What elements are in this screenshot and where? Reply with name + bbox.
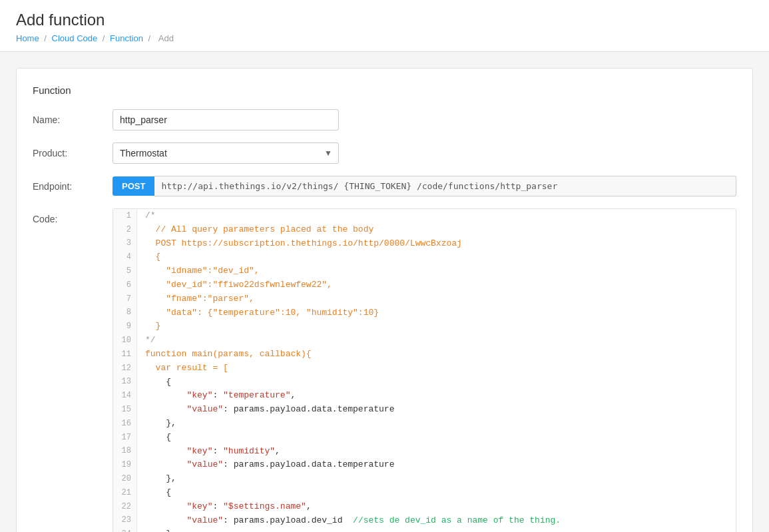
code-line: 15 "value": params.payload.data.temperat… xyxy=(113,403,736,417)
line-number: 12 xyxy=(113,362,137,376)
code-line: 2 // All query parameters placed at the … xyxy=(113,223,736,237)
code-line: 4 { xyxy=(113,250,736,264)
code-line: 19 "value": params.payload.data.temperat… xyxy=(113,458,736,472)
line-number: 16 xyxy=(113,417,137,431)
name-input[interactable] xyxy=(113,109,339,131)
line-number: 24 xyxy=(113,527,137,532)
code-line: 12 var result = [ xyxy=(113,362,736,376)
line-content: { xyxy=(137,376,736,390)
code-line: 17 { xyxy=(113,431,736,445)
line-content: { xyxy=(137,431,736,445)
code-line: 11function main(params, callback){ xyxy=(113,348,736,362)
content-area: Function Name: Product: Thermostat Other… xyxy=(0,52,769,532)
line-number: 9 xyxy=(113,320,137,334)
line-content: "dev_id":"ffiwo22dsfwnlewfew22", xyxy=(137,278,736,292)
endpoint-row: Endpoint: POST http://api.thethings.io/v… xyxy=(33,176,736,196)
line-number: 1 xyxy=(113,209,137,223)
line-content: "fname":"parser", xyxy=(137,292,736,306)
line-number: 14 xyxy=(113,389,137,403)
line-number: 10 xyxy=(113,334,137,348)
code-label: Code: xyxy=(33,208,113,224)
line-number: 20 xyxy=(113,472,137,486)
breadcrumb-current: Add xyxy=(158,33,174,43)
line-content: "idname":"dev_id", xyxy=(137,264,736,278)
code-line: 16 }, xyxy=(113,417,736,431)
line-number: 8 xyxy=(113,306,137,320)
code-line: 7 "fname":"parser", xyxy=(113,292,736,306)
line-content: // All query parameters placed at the bo… xyxy=(137,223,736,237)
line-number: 21 xyxy=(113,486,137,500)
product-select[interactable]: Thermostat Other Product xyxy=(113,142,339,164)
line-content: } xyxy=(137,527,736,532)
line-content: }, xyxy=(137,417,736,431)
code-line: 23 "value": params.payload.dev_id //sets… xyxy=(113,514,736,528)
breadcrumb-cloudcode[interactable]: Cloud Code xyxy=(52,33,98,43)
code-line: 13 { xyxy=(113,376,736,390)
line-content: /* xyxy=(137,209,736,223)
line-number: 18 xyxy=(113,445,137,459)
line-content: "key": "$settings.name", xyxy=(137,500,736,514)
card-title: Function xyxy=(33,85,736,96)
code-line: 5 "idname":"dev_id", xyxy=(113,264,736,278)
line-number: 5 xyxy=(113,264,137,278)
code-editor[interactable]: 1/*2 // All query parameters placed at t… xyxy=(113,208,736,532)
code-line: 20 }, xyxy=(113,472,736,486)
line-content: var result = [ xyxy=(137,362,736,376)
line-number: 22 xyxy=(113,500,137,514)
line-content: { xyxy=(137,250,736,264)
line-content: POST https://subscription.thethings.io/h… xyxy=(137,237,736,251)
code-line: 6 "dev_id":"ffiwo22dsfwnlewfew22", xyxy=(113,278,736,292)
line-content: */ xyxy=(137,334,736,348)
line-content: function main(params, callback){ xyxy=(137,348,736,362)
code-line: 24 } xyxy=(113,527,736,532)
name-row: Name: xyxy=(33,109,736,131)
function-card: Function Name: Product: Thermostat Other… xyxy=(16,68,753,532)
line-number: 2 xyxy=(113,223,137,237)
code-line: 3 POST https://subscription.thethings.io… xyxy=(113,237,736,251)
code-row: Code: 1/*2 // All query parameters place… xyxy=(33,208,736,532)
code-line: 18 "key": "humidity", xyxy=(113,445,736,459)
line-content: }, xyxy=(137,472,736,486)
endpoint-url: http://api.thethings.io/v2/things/ {THIN… xyxy=(154,176,736,196)
code-line: 22 "key": "$settings.name", xyxy=(113,500,736,514)
product-select-wrapper: Thermostat Other Product ▼ xyxy=(113,142,339,164)
line-content: "value": params.payload.data.temperature xyxy=(137,403,736,417)
line-number: 17 xyxy=(113,431,137,445)
line-number: 11 xyxy=(113,348,137,362)
product-label: Product: xyxy=(33,148,113,158)
name-label: Name: xyxy=(33,115,113,125)
line-number: 15 xyxy=(113,403,137,417)
product-row: Product: Thermostat Other Product ▼ xyxy=(33,142,736,164)
breadcrumb-function[interactable]: Function xyxy=(110,33,143,43)
code-line: 8 "data": {"temperature":10, "humidity":… xyxy=(113,306,736,320)
breadcrumb: Home / Cloud Code / Function / Add xyxy=(16,33,753,43)
code-line: 14 "key": "temperature", xyxy=(113,389,736,403)
line-number: 13 xyxy=(113,376,137,390)
code-line: 21 { xyxy=(113,486,736,500)
line-content: "key": "temperature", xyxy=(137,389,736,403)
code-line: 10*/ xyxy=(113,334,736,348)
code-line: 9 } xyxy=(113,320,736,334)
line-number: 6 xyxy=(113,278,137,292)
line-number: 23 xyxy=(113,514,137,528)
line-content: "key": "humidity", xyxy=(137,445,736,459)
page-title: Add function xyxy=(16,11,753,29)
breadcrumb-home[interactable]: Home xyxy=(16,33,39,43)
post-badge: POST xyxy=(113,176,154,196)
endpoint-label: Endpoint: xyxy=(33,181,113,192)
line-number: 3 xyxy=(113,237,137,251)
line-number: 4 xyxy=(113,250,137,264)
line-number: 19 xyxy=(113,458,137,472)
code-line: 1/* xyxy=(113,209,736,223)
page-header: Add function Home / Cloud Code / Functio… xyxy=(0,0,769,52)
line-content: } xyxy=(137,320,736,334)
line-content: { xyxy=(137,486,736,500)
line-content: "value": params.payload.dev_id //sets de… xyxy=(137,514,736,528)
line-number: 7 xyxy=(113,292,137,306)
line-content: "data": {"temperature":10, "humidity":10… xyxy=(137,306,736,320)
line-content: "value": params.payload.data.temperature xyxy=(137,458,736,472)
endpoint-container: POST http://api.thethings.io/v2/things/ … xyxy=(113,176,736,196)
